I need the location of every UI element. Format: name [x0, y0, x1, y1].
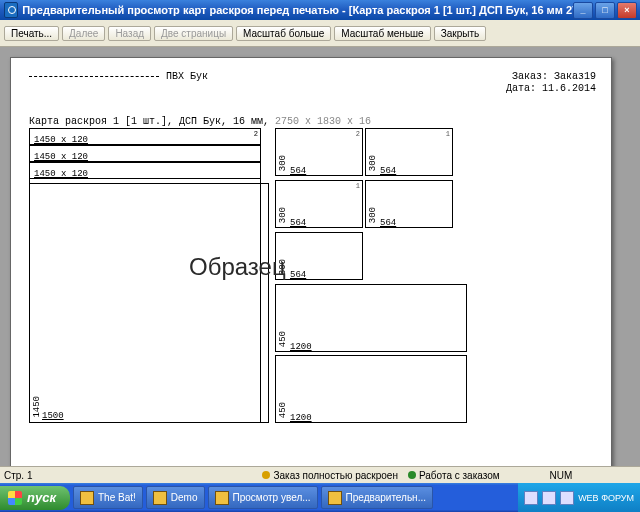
preview-area: ПВХ Бук Заказ: Заказ19 Дата: 11.6.2014 К… — [0, 47, 640, 466]
order-label: Заказ: Заказ19 — [506, 71, 596, 83]
image-icon — [215, 491, 229, 505]
folder-icon — [153, 491, 167, 505]
statusbar: Стр. 1 Заказ полностью раскроен Работа с… — [0, 466, 640, 483]
header-right: Заказ: Заказ19 Дата: 11.6.2014 — [506, 71, 596, 95]
part-big: 1450 1500 — [29, 183, 269, 423]
status-msg2: Работа с заказом — [419, 470, 500, 481]
tray-text: WEB ФОРУМ — [578, 493, 634, 503]
part: 300 564 — [365, 180, 453, 228]
maximize-button[interactable]: □ — [595, 2, 615, 19]
task-item[interactable]: Предварительн... — [321, 486, 433, 509]
preview-icon — [328, 491, 342, 505]
system-tray[interactable]: WEB ФОРУМ — [518, 483, 640, 512]
start-button[interactable]: пуск — [0, 486, 70, 510]
status-dot-icon — [262, 471, 270, 479]
toolbar: Печать... Далее Назад Две страницы Масшт… — [0, 20, 640, 47]
task-item[interactable]: Просмотр увел... — [208, 486, 318, 509]
windows-logo-icon — [8, 491, 22, 505]
part: 300 564 — [275, 232, 363, 280]
part: 450 1200 — [275, 284, 467, 352]
print-page: ПВХ Бук Заказ: Заказ19 Дата: 11.6.2014 К… — [10, 57, 612, 466]
part: 300 564 2 — [275, 128, 363, 176]
header-rule — [29, 76, 159, 77]
taskbar: пуск The Bat! Demo Просмотр увел... Пред… — [0, 483, 640, 512]
tray-icon[interactable] — [524, 491, 538, 505]
app-icon — [80, 491, 94, 505]
zoom-out-button[interactable]: Масштаб меньше — [334, 26, 430, 41]
part: 1450 x 120 — [29, 162, 261, 179]
part-empty — [365, 128, 453, 176]
zoom-in-button[interactable]: Масштаб больше — [236, 26, 331, 41]
back-button[interactable]: Назад — [108, 26, 151, 41]
task-item[interactable]: Demo — [146, 486, 205, 509]
status-msg1: Заказ полностью раскроен — [273, 470, 397, 481]
date-label: Дата: 11.6.2014 — [506, 83, 596, 95]
task-item[interactable]: The Bat! — [73, 486, 143, 509]
status-dot-icon — [408, 471, 416, 479]
print-button[interactable]: Печать... — [4, 26, 59, 41]
status-page: Стр. 1 — [4, 470, 32, 481]
tray-icon[interactable] — [542, 491, 556, 505]
part: 300 564 1 — [275, 180, 363, 228]
edge-label: ПВХ Бук — [166, 71, 208, 82]
cutting-layout: 2 1450 x 120 2 1450 x 120 1450 x 120 145… — [29, 128, 469, 423]
window-title: Предварительный просмотр карт раскроя пе… — [22, 4, 573, 16]
close-preview-button[interactable]: Закрыть — [434, 26, 487, 41]
status-num: NUM — [550, 470, 573, 481]
twopages-button[interactable]: Две страницы — [154, 26, 233, 41]
minimize-button[interactable]: _ — [573, 2, 593, 19]
next-button[interactable]: Далее — [62, 26, 105, 41]
app-window: Предварительный просмотр карт раскроя пе… — [0, 0, 640, 483]
titlebar: Предварительный просмотр карт раскроя пе… — [0, 0, 640, 20]
part: 1450 x 120 — [29, 145, 261, 162]
part: 1450 x 120 2 — [29, 128, 261, 145]
tray-icon[interactable] — [560, 491, 574, 505]
app-icon — [4, 2, 18, 18]
close-button[interactable]: × — [617, 2, 637, 19]
part: 450 1200 — [275, 355, 467, 423]
sheet-title: Карта раскроя 1 [1 шт.], ДСП Бук, 16 мм,… — [29, 116, 371, 127]
